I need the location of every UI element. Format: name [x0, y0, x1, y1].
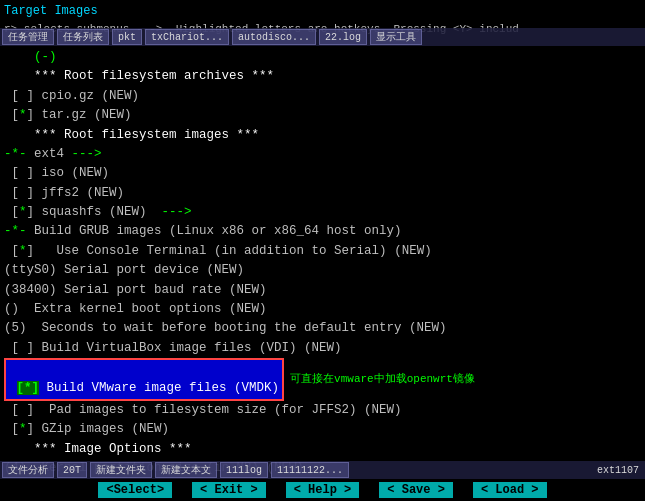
save-button[interactable]: < Save > [379, 482, 453, 498]
menu-area: (-) *** Root filesystem archives *** [ ]… [0, 46, 645, 501]
menu-line-heading2: *** Root filesystem images *** [4, 126, 641, 145]
terminal-window: Target Images r> selects submenus --->. … [0, 0, 645, 501]
taskbar-bottom-3[interactable]: 新建文本文 [155, 462, 217, 478]
select-button[interactable]: <Select> [98, 482, 172, 498]
taskbar-item-tools[interactable]: 显示工具 [370, 29, 422, 45]
taskbar-bottom-1[interactable]: 20T [57, 462, 87, 478]
taskbar-item-pkt[interactable]: pkt [112, 29, 142, 45]
menu-line-vmdk[interactable]: [*] Build VMware image files (VMDK) 可直接在… [4, 358, 641, 401]
action-bar: <Select> < Exit > < Help > < Save > < Lo… [0, 479, 645, 501]
menu-line-jffs2[interactable]: [ ] jffs2 (NEW) [4, 184, 641, 203]
taskbar-bottom-0[interactable]: 文件分析 [2, 462, 54, 478]
menu-line-pad[interactable]: [ ] Pad images to filesystem size (for J… [4, 401, 641, 420]
vmdk-annotation: 可直接在vmware中加载openwrt镜像 [290, 371, 475, 388]
menu-line-squashfs[interactable]: [*] squashfs (NEW) ---> [4, 203, 641, 222]
load-button[interactable]: < Load > [473, 482, 547, 498]
taskbar-bottom-4[interactable]: 111log [220, 462, 268, 478]
taskbar-item-0[interactable]: 任务管理 [2, 29, 54, 45]
menu-line-console[interactable]: [*] Use Console Terminal (in addition to… [4, 242, 641, 261]
taskbar-item-autodisco[interactable]: autodisco... [232, 29, 316, 45]
taskbar-item-txchariot[interactable]: txChariot... [145, 29, 229, 45]
exit-button[interactable]: < Exit > [192, 482, 266, 498]
menu-line-vdi[interactable]: [ ] Build VirtualBox image files (VDI) (… [4, 339, 641, 358]
taskbar-item-1[interactable]: 任务列表 [57, 29, 109, 45]
menu-line-gzip[interactable]: [*] GZip images (NEW) [4, 420, 641, 439]
menu-line-iso[interactable]: [ ] iso (NEW) [4, 164, 641, 183]
menu-line-grub: -*- Build GRUB images (Linux x86 or x86_… [4, 222, 641, 241]
menu-line-separator1: (-) [4, 48, 641, 67]
menu-line-ext4: -*- ext4 ---> [4, 145, 641, 164]
menu-line-boot-opts: () Extra kernel boot options (NEW) [4, 300, 641, 319]
help-button[interactable]: < Help > [286, 482, 360, 498]
menu-line-heading3: *** Image Options *** [4, 440, 641, 459]
menu-line-baud: (38400) Serial port baud rate (NEW) [4, 281, 641, 300]
menu-line-seconds: (5) Seconds to wait before booting the d… [4, 319, 641, 338]
menu-line-cpiogz[interactable]: [ ] cpio.gz (NEW) [4, 87, 641, 106]
menu-line-ttyS0: (ttyS0) Serial port device (NEW) [4, 261, 641, 280]
menu-line-heading1: *** Root filesystem archives *** [4, 67, 641, 86]
menu-line-targz[interactable]: [*] tar.gz (NEW) [4, 106, 641, 125]
taskbar-extra: ext1107 [597, 465, 643, 476]
bottom-taskbar: 文件分析 20T 新建文件夹 新建文本文 111log 11111122... … [0, 461, 645, 479]
title-text: Target Images [4, 4, 98, 18]
taskbar-item-22log[interactable]: 22.log [319, 29, 367, 45]
taskbar-bottom-2[interactable]: 新建文件夹 [90, 462, 152, 478]
taskbar-bottom-5[interactable]: 11111122... [271, 462, 349, 478]
top-taskbar: 任务管理 任务列表 pkt txChariot... autodisco... … [0, 28, 645, 46]
